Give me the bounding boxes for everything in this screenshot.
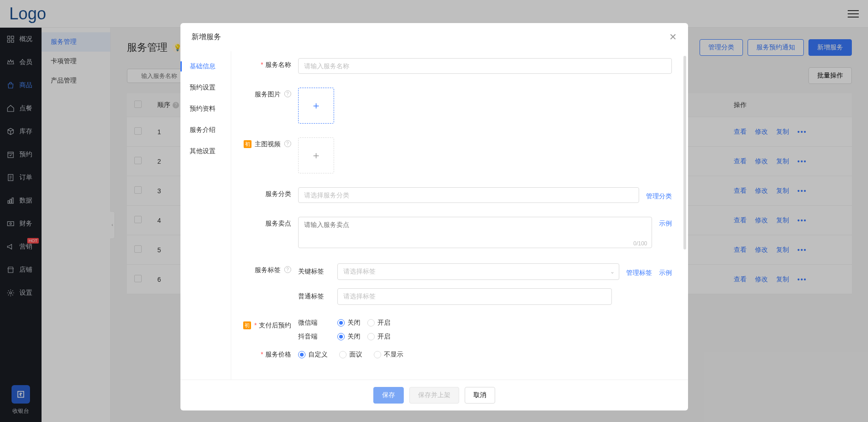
chevron-down-icon: ⌄ — [610, 268, 615, 275]
help-icon[interactable]: ? — [284, 140, 291, 147]
row-price: *服务价格 自定义 面议 不显示 — [243, 348, 672, 359]
modal-nav-basic[interactable]: 基础信息 — [180, 56, 231, 77]
help-icon[interactable]: ? — [284, 90, 291, 97]
sub-label-douyin: 抖音端 — [298, 333, 330, 341]
modal-nav-reserve-set[interactable]: 预约设置 — [180, 77, 231, 98]
category-select[interactable] — [298, 187, 639, 203]
char-count: 0/100 — [633, 240, 647, 247]
modal-form: *服务名称 服务图片? ＋ 初主图视频? ＋ 服务分类 管理分类 — [231, 51, 688, 380]
sub-label-wechat: 微信端 — [298, 319, 330, 327]
label-pay-reserve: 支付后预约 — [259, 321, 291, 330]
label-main-video: 主图视频 — [255, 140, 281, 149]
save-publish-button[interactable]: 保存并上架 — [409, 387, 459, 404]
row-main-video: 初主图视频? ＋ — [243, 137, 672, 173]
modal-body: 基础信息 预约设置 预约资料 服务介绍 其他设置 *服务名称 服务图片? ＋ 初… — [180, 51, 688, 380]
row-service-pic: 服务图片? ＋ — [243, 88, 672, 124]
label-category: 服务分类 — [265, 190, 291, 198]
price-negotiate-radio[interactable]: 面议 — [339, 351, 362, 359]
label-selling: 服务卖点 — [265, 220, 291, 228]
example-link[interactable]: 示例 — [659, 266, 672, 277]
save-button[interactable]: 保存 — [373, 387, 404, 404]
close-icon[interactable]: ✕ — [669, 31, 677, 42]
manage-category-link[interactable]: 管理分类 — [646, 190, 672, 201]
chu-badge: 初 — [243, 321, 251, 329]
manage-tag-link[interactable]: 管理标签 — [626, 266, 652, 277]
modal-nav-intro[interactable]: 服务介绍 — [180, 119, 231, 141]
modal-nav-reserve-info[interactable]: 预约资料 — [180, 98, 231, 119]
upload-video-button[interactable]: ＋ — [298, 137, 334, 173]
douyin-on-radio[interactable]: 开启 — [367, 333, 390, 341]
scrollbar[interactable] — [683, 56, 686, 250]
cancel-button[interactable]: 取消 — [465, 387, 495, 404]
row-category: 服务分类 管理分类 — [243, 187, 672, 203]
label-price: 服务价格 — [265, 351, 291, 359]
selling-textarea[interactable] — [298, 217, 652, 248]
example-link[interactable]: 示例 — [659, 217, 672, 228]
key-tag-select[interactable]: 请选择标签 — [337, 263, 619, 280]
price-noshow-radio[interactable]: 不显示 — [374, 351, 403, 359]
price-custom-radio[interactable]: 自定义 — [298, 351, 328, 359]
wechat-on-radio[interactable]: 开启 — [367, 319, 390, 327]
label-service-pic: 服务图片 — [255, 90, 281, 99]
service-name-input[interactable] — [298, 58, 672, 74]
label-tags: 服务标签 — [255, 266, 281, 274]
modal-title: 新增服务 — [192, 32, 221, 42]
modal-footer: 保存 保存并上架 取消 — [180, 380, 688, 410]
row-selling: 服务卖点 0/100 示例 — [243, 217, 672, 250]
modal-overlay: 新增服务 ✕ 基础信息 预约设置 预约资料 服务介绍 其他设置 *服务名称 服务… — [0, 0, 868, 422]
row-tags: 服务标签? 关键标签 请选择标签 ⌄ 管理标签 示例 普通标签 — [243, 263, 672, 305]
upload-pic-button[interactable]: ＋ — [298, 88, 334, 124]
modal-header: 新增服务 ✕ — [180, 23, 688, 51]
douyin-off-radio[interactable]: 关闭 — [337, 333, 360, 341]
wechat-off-radio[interactable]: 关闭 — [337, 319, 360, 327]
sub-label-key: 关键标签 — [298, 267, 330, 276]
label-service-name: 服务名称 — [265, 61, 291, 69]
normal-tag-select[interactable]: 请选择标签 — [337, 288, 612, 305]
sub-label-normal: 普通标签 — [298, 292, 330, 301]
help-icon[interactable]: ? — [284, 266, 291, 273]
modal-nav-other[interactable]: 其他设置 — [180, 141, 231, 162]
modal-nav: 基础信息 预约设置 预约资料 服务介绍 其他设置 — [180, 51, 231, 380]
row-service-name: *服务名称 — [243, 58, 672, 74]
modal: 新增服务 ✕ 基础信息 预约设置 预约资料 服务介绍 其他设置 *服务名称 服务… — [180, 23, 688, 410]
chu-badge: 初 — [244, 140, 251, 148]
row-pay-reserve: 初*支付后预约 微信端 关闭 开启 抖音端 关闭 开启 — [243, 319, 672, 341]
